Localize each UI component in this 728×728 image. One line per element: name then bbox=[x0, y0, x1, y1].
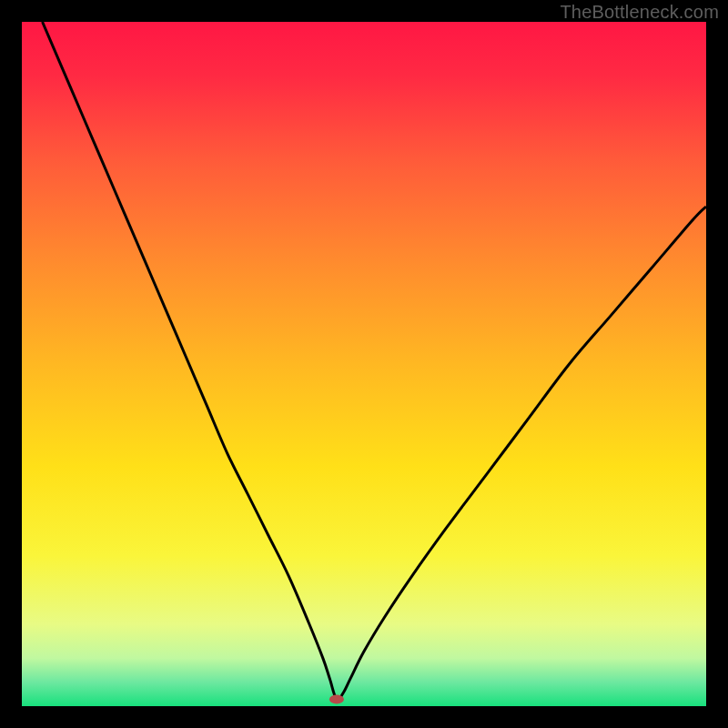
chart-background bbox=[22, 22, 706, 706]
chart-frame bbox=[22, 22, 706, 706]
bottleneck-chart bbox=[22, 22, 706, 706]
minimum-marker bbox=[329, 694, 344, 703]
watermark-text: TheBottleneck.com bbox=[560, 2, 719, 23]
